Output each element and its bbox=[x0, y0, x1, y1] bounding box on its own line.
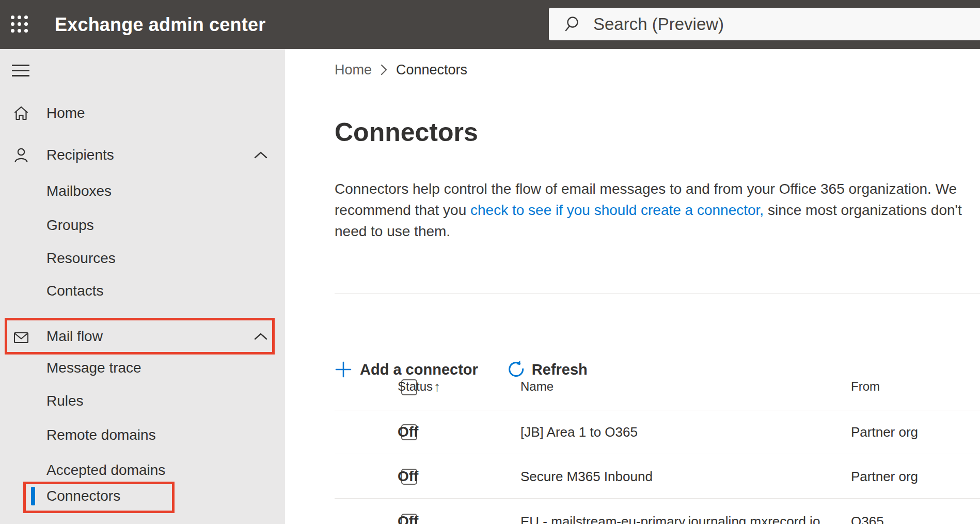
sidebar-item-rules[interactable]: Rules bbox=[0, 389, 285, 413]
create-connector-check-link[interactable]: check to see if you should create a conn… bbox=[470, 202, 764, 218]
sidebar-item-label: Contacts bbox=[46, 279, 104, 303]
sidebar-item-mail-flow[interactable]: Mail flow bbox=[0, 324, 285, 349]
sidebar-item-connectors[interactable]: Connectors bbox=[0, 484, 285, 508]
sidebar-item-contacts[interactable]: Contacts bbox=[0, 279, 285, 303]
sidebar-item-resources[interactable]: Resources bbox=[0, 246, 285, 271]
cell-name: EU - mailstream-eu-primary.journaling.mx… bbox=[520, 499, 820, 524]
sidebar-item-label: Mail flow bbox=[46, 324, 103, 349]
sidebar-item-home[interactable]: Home bbox=[0, 101, 285, 126]
breadcrumb-home-link[interactable]: Home bbox=[335, 62, 372, 78]
cell-name: [JB] Area 1 to O365 bbox=[520, 410, 638, 454]
cell-from: O365 bbox=[851, 499, 884, 524]
home-icon bbox=[13, 105, 29, 121]
toolbar-divider bbox=[335, 294, 980, 294]
main-content: Home Connectors Connectors Connectors he… bbox=[285, 49, 980, 524]
sidebar-item-recipients[interactable]: Recipients bbox=[0, 143, 285, 167]
sidebar-item-label: Remote domains bbox=[46, 423, 156, 448]
table-row[interactable]: Off [JB] Area 1 to O365 Partner org bbox=[335, 410, 980, 454]
search-input[interactable]: Search (Preview) bbox=[549, 8, 980, 40]
chevron-right-icon bbox=[381, 64, 387, 75]
app-launcher-icon[interactable] bbox=[11, 16, 29, 34]
sidebar-item-accepted-domains[interactable]: Accepted domains bbox=[0, 458, 285, 483]
chevron-up-icon[interactable] bbox=[254, 151, 267, 161]
breadcrumb: Home Connectors bbox=[335, 60, 467, 79]
sidebar-item-label: Home bbox=[46, 101, 85, 126]
page-description: Connectors help control the flow of emai… bbox=[335, 178, 965, 242]
cell-status: Off bbox=[398, 499, 418, 524]
sidebar-item-label: Recipients bbox=[46, 143, 114, 167]
row-divider bbox=[335, 498, 980, 499]
chevron-up-icon[interactable] bbox=[254, 333, 267, 342]
sidebar-item-label: Groups bbox=[46, 213, 94, 238]
mail-icon bbox=[13, 329, 29, 346]
search-placeholder: Search (Preview) bbox=[593, 8, 724, 40]
cell-status: Off bbox=[398, 454, 418, 499]
cell-name: Secure M365 Inbound bbox=[520, 454, 653, 499]
column-header-from[interactable]: From bbox=[851, 363, 880, 410]
sidebar-item-mailboxes[interactable]: Mailboxes bbox=[0, 179, 285, 204]
cell-status: Off bbox=[398, 410, 418, 454]
sidebar-item-label: Mailboxes bbox=[46, 179, 112, 204]
sidebar-item-message-trace[interactable]: Message trace bbox=[0, 356, 285, 380]
sidebar-nav: Home Recipients Mailboxes Groups Resourc… bbox=[0, 49, 285, 524]
top-app-bar: Exchange admin center Search (Preview) bbox=[0, 0, 980, 49]
page-title: Connectors bbox=[335, 117, 478, 147]
column-header-name[interactable]: Name bbox=[520, 363, 554, 410]
sidebar-item-label: Connectors bbox=[46, 484, 120, 508]
cell-from: Partner org bbox=[851, 454, 918, 499]
table-row[interactable]: Off Secure M365 Inbound Partner org bbox=[335, 454, 980, 499]
sidebar-item-label: Message trace bbox=[46, 356, 141, 380]
sidebar-item-groups[interactable]: Groups bbox=[0, 213, 285, 238]
hamburger-icon bbox=[12, 65, 29, 66]
sidebar-item-label: Resources bbox=[46, 246, 116, 271]
sidebar-item-label: Accepted domains bbox=[46, 458, 165, 483]
sidebar-item-remote-domains[interactable]: Remote domains bbox=[0, 423, 285, 448]
table-header-row: Status ↑ Name From bbox=[335, 363, 980, 410]
sort-ascending-icon: ↑ bbox=[434, 363, 440, 410]
cell-from: Partner org bbox=[851, 410, 918, 454]
breadcrumb-current: Connectors bbox=[396, 62, 467, 78]
search-icon bbox=[564, 16, 581, 33]
person-icon bbox=[13, 147, 29, 163]
sidebar-item-label: Rules bbox=[46, 389, 84, 413]
table-row[interactable]: Off EU - mailstream-eu-primary.journalin… bbox=[335, 499, 980, 524]
app-title: Exchange admin center bbox=[55, 0, 265, 49]
column-header-status[interactable]: Status bbox=[398, 363, 433, 410]
menu-toggle-button[interactable] bbox=[12, 65, 29, 78]
